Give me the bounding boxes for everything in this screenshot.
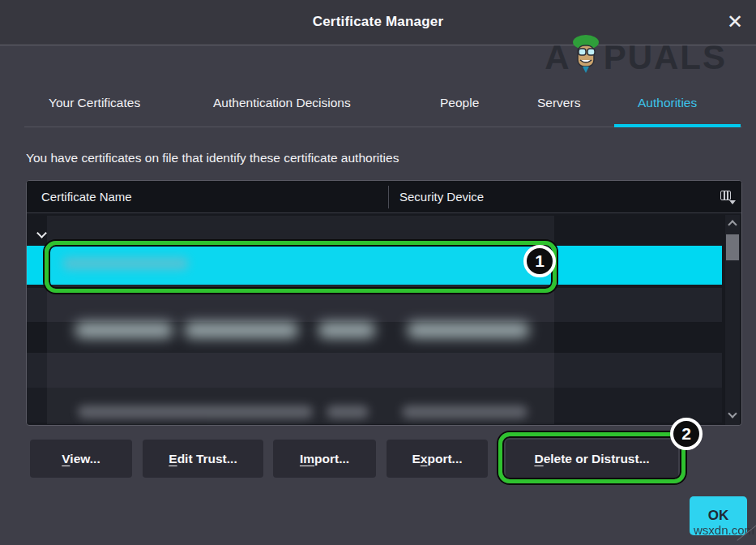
tab-authorities[interactable]: Authorities [638,96,697,110]
active-tab-indicator [614,124,741,127]
redacted-text [78,406,313,418]
redacted-text [408,322,529,338]
scroll-up-icon[interactable] [725,215,740,231]
close-icon[interactable]: ✕ [723,10,747,34]
tab-your-certificates[interactable]: Your Certificates [49,96,140,110]
scrollbar-thumb[interactable] [726,234,739,260]
annotation-step-badge-2: 2 [670,418,703,450]
logo-text-right: PUALS [604,41,727,75]
chevron-down-icon[interactable] [36,228,47,238]
certificate-manager-dialog: Certificate Manager ✕ A PUALS Your Certi… [0,0,756,545]
edit-trust-button[interactable]: Edit Trust... [143,440,263,478]
redacted-text [318,322,375,338]
column-header-security-device[interactable]: Security Device [399,190,484,204]
export-button[interactable]: Export... [387,440,488,478]
dialog-title: Certificate Manager [0,14,756,30]
site-watermark: wsxdn.com [694,523,754,537]
table-header: Certificate Name Security Device [27,181,741,213]
import-button[interactable]: Import... [273,440,376,478]
tab-servers[interactable]: Servers [537,96,580,110]
view-button[interactable]: View... [30,440,132,478]
tab-authentication-decisions[interactable]: Authentication Decisions [213,96,351,110]
annotation-highlight-1 [45,241,557,293]
redacted-text [75,322,173,338]
scroll-down-icon[interactable] [725,409,740,425]
annotation-highlight-2 [498,432,686,483]
annotation-step-badge-1: 1 [523,245,556,277]
appuals-logo: A PUALS [545,32,727,83]
tab-people[interactable]: People [440,96,479,110]
description-text: You have certificates on file that ident… [26,151,399,165]
logo-mascot-icon [568,32,605,78]
vertical-scrollbar[interactable] [725,215,740,425]
column-picker-icon[interactable] [719,189,737,205]
redacted-text [402,406,527,418]
column-divider[interactable] [388,186,389,208]
certificate-table: Certificate Name Security Device [26,180,742,426]
column-header-certificate-name[interactable]: Certificate Name [41,190,132,204]
redacted-text [327,406,369,418]
redacted-text [185,322,298,338]
